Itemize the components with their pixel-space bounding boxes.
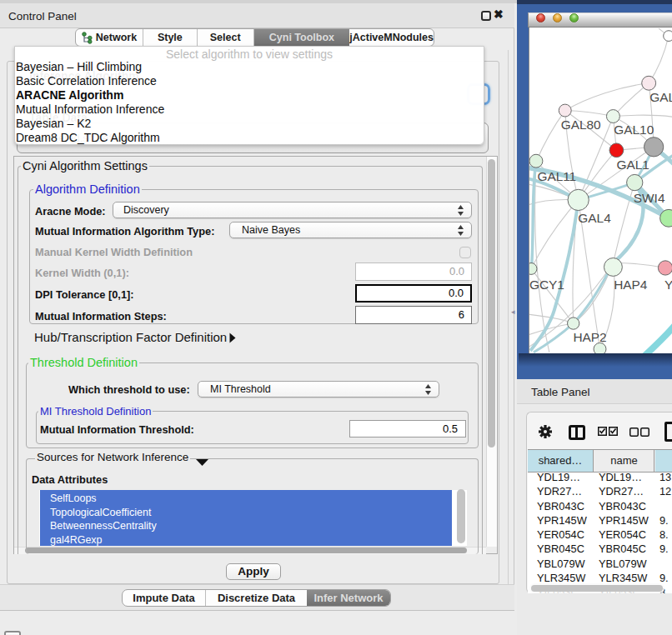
svg-text:HAP2: HAP2: [573, 330, 606, 344]
svg-text:GAL1: GAL1: [617, 158, 649, 172]
svg-text:GAL10: GAL10: [614, 122, 654, 137]
svg-text:GCY1: GCY1: [529, 278, 564, 292]
svg-text:HAP4: HAP4: [614, 278, 648, 292]
svg-text:GAL4: GAL4: [578, 211, 611, 225]
svg-text:Y: Y: [664, 278, 672, 292]
svg-text:GAL80: GAL80: [561, 118, 601, 132]
svg-text:SWI4: SWI4: [634, 191, 665, 205]
svg-text:GAL2: GAL2: [649, 90, 672, 104]
svg-text:GAL11: GAL11: [537, 169, 576, 183]
